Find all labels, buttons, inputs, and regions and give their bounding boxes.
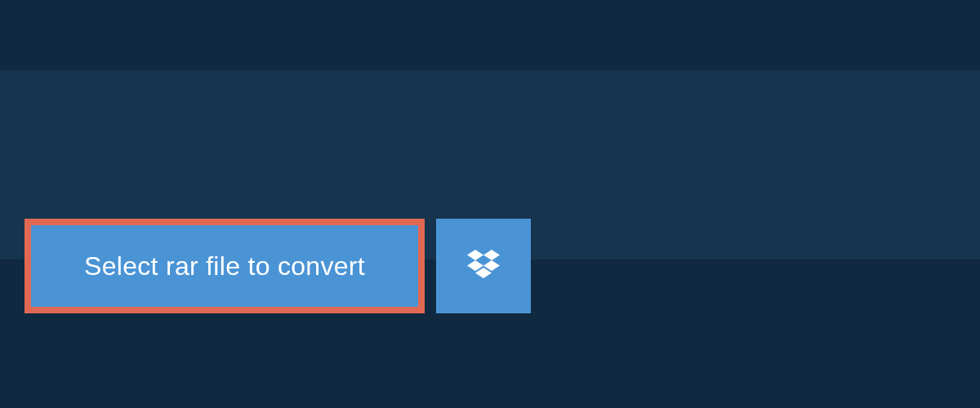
dropbox-icon (467, 250, 500, 282)
button-row: Select rar file to convert (24, 219, 531, 313)
dropbox-button[interactable] (436, 219, 531, 313)
select-file-button[interactable]: Select rar file to convert (24, 219, 425, 313)
select-file-label: Select rar file to convert (84, 251, 365, 282)
upload-panel: Select rar file to convert (0, 70, 980, 259)
